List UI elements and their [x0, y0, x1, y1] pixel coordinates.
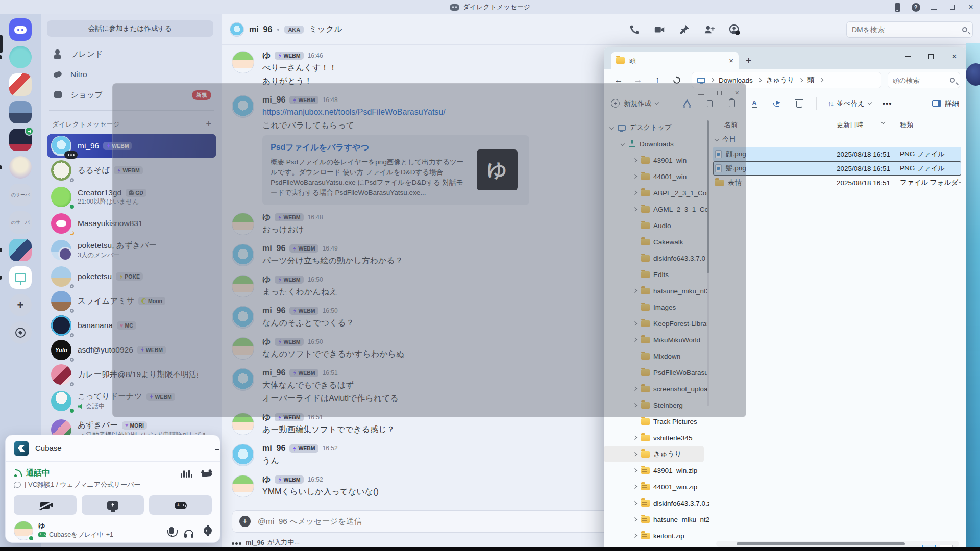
server-icon-7[interactable]: のサーバ — [9, 211, 32, 234]
avatar[interactable] — [232, 444, 254, 466]
separator-dot — [277, 29, 279, 31]
server-icon-4[interactable] — [9, 129, 32, 151]
dm-list-header: ダイレクトメッセージ — [52, 120, 120, 129]
search-icon — [962, 27, 967, 32]
chevron-right-icon — [757, 78, 762, 82]
server-icon-2[interactable] — [9, 73, 32, 96]
self-username[interactable]: ゆ — [38, 522, 113, 530]
breadcrumb-atama[interactable]: 頭 — [807, 76, 815, 85]
pin-icon[interactable] — [679, 24, 690, 35]
avatar[interactable] — [232, 475, 254, 497]
user-profile-icon[interactable] — [729, 24, 740, 35]
sidebar-item-nitro[interactable]: Nitro — [47, 64, 216, 85]
screen-bottom-strip — [0, 547, 980, 551]
file-row-kao[interactable]: 顔.png 2025/08/18 16:51 PNG ファイル — [713, 147, 961, 161]
aka-badge: AKA — [284, 26, 304, 34]
attach-plus-icon[interactable]: + — [239, 516, 251, 527]
hangup-icon[interactable] — [202, 471, 212, 477]
voice-call-icon[interactable] — [629, 24, 640, 35]
file-list[interactable]: 名前 更新日時 種類 今日 顔.png 2025/08/18 16:51 PNG… — [709, 116, 966, 551]
chevron-right-icon — [819, 78, 823, 82]
tree-item[interactable]: 44001_win.zip — [604, 479, 709, 495]
rename-button[interactable]: A — [749, 98, 760, 109]
sort-button[interactable]: ↑↓並べ替え — [828, 99, 871, 108]
add-friend-icon[interactable] — [703, 24, 716, 35]
explorer-close-button[interactable]: × — [943, 47, 966, 66]
game-controller-icon — [175, 502, 187, 509]
compass-icon — [15, 328, 26, 338]
screenshare-button[interactable] — [82, 495, 144, 515]
chat-user-avatar[interactable] — [230, 22, 244, 37]
dm-search-box[interactable] — [846, 21, 973, 38]
new-tab-button[interactable]: + — [746, 55, 751, 66]
avatar — [51, 291, 71, 311]
this-pc-icon[interactable] — [697, 78, 705, 83]
explorer-search-box[interactable] — [888, 72, 960, 88]
server-icon-5[interactable] — [9, 156, 32, 179]
sidebar-item-friends[interactable]: フレンド — [47, 44, 216, 64]
mobile-app-icon[interactable] — [892, 2, 902, 12]
explorer-search-input[interactable] — [893, 77, 944, 84]
explorer-maximize-button[interactable] — [919, 47, 943, 66]
dm-home-button[interactable] — [9, 18, 32, 41]
tree-item[interactable]: vshifterle345 — [604, 430, 709, 446]
file-row-kami[interactable]: 髪.png 2025/08/18 16:51 PNG ファイル — [713, 161, 961, 176]
add-server-button[interactable]: + — [9, 294, 32, 316]
file-group-today[interactable]: 今日 — [713, 132, 961, 147]
server-icon-1[interactable] — [9, 46, 32, 68]
server-icon-6[interactable]: のサーバ — [9, 184, 32, 206]
server-icon-3[interactable] — [9, 101, 32, 123]
delete-button[interactable] — [794, 98, 805, 109]
window-close-button[interactable]: × — [966, 2, 976, 12]
window-minimize-button[interactable] — [929, 2, 939, 12]
breadcrumb-kyuri[interactable]: きゅうり — [766, 76, 794, 85]
self-avatar[interactable] — [14, 521, 33, 540]
explore-servers-button[interactable] — [9, 321, 32, 344]
activity-text: Cubaseをプレイ中 — [49, 531, 104, 539]
soundboard-icon[interactable] — [181, 469, 192, 478]
window-maximize-button[interactable] — [947, 2, 958, 12]
help-icon[interactable]: ? — [911, 2, 921, 12]
avatar — [51, 364, 71, 385]
search-icon — [950, 78, 955, 83]
tree-item-kyuri[interactable]: きゅうり — [604, 446, 704, 462]
server-icon-9[interactable] — [9, 266, 32, 289]
server-pill-label: のサーバ — [11, 219, 30, 226]
avatar — [51, 266, 71, 287]
call-status: 通話中 — [26, 468, 50, 479]
chevron-right-icon — [799, 78, 803, 82]
more-options-button[interactable]: ••• — [883, 99, 892, 108]
explorer-tab[interactable]: 頭 × — [611, 52, 739, 69]
friends-icon — [52, 48, 63, 60]
tree-item[interactable]: keifont.zip — [604, 528, 709, 544]
message-text: うん — [262, 454, 338, 467]
video-call-icon[interactable] — [653, 24, 666, 35]
share-button[interactable] — [771, 98, 782, 109]
chat-user-name[interactable]: mi_96 — [249, 25, 272, 34]
camera-toggle-button[interactable] — [14, 495, 77, 515]
details-pane-button[interactable]: 詳細 — [932, 99, 959, 108]
explorer-minimize-button[interactable] — [896, 47, 919, 66]
settings-gear-icon[interactable] — [204, 527, 212, 535]
column-date[interactable]: 更新日時 — [837, 120, 900, 130]
tab-title: 頭 — [629, 56, 724, 65]
file-row-hyojo[interactable]: 表情 2025/08/18 16:51 ファイル フォルダー — [713, 176, 961, 190]
discord-titlebar: ダイレクトメッセージ ? × — [0, 0, 980, 14]
voice-channel-name[interactable]: | VC雑談1 / ウェブマニア公式サーバー — [24, 480, 141, 489]
unread-dot — [0, 165, 2, 169]
dm-search-input[interactable] — [852, 26, 954, 34]
tree-item[interactable]: diskinfo643.3.7.0.zip — [604, 495, 709, 511]
activity-button[interactable] — [149, 495, 212, 515]
tree-item[interactable]: hatsune_miku_nt2_v1_0 — [604, 511, 709, 528]
clan-tag: WEBM — [275, 52, 303, 60]
column-type[interactable]: 種類 — [900, 120, 961, 130]
headphones-icon[interactable] — [184, 530, 193, 535]
join-conversation-button[interactable]: 会話に参加または作成する — [47, 20, 213, 37]
server-icon-8[interactable] — [9, 239, 32, 261]
tree-item[interactable]: 43901_win.zip — [604, 462, 709, 479]
avatar[interactable] — [232, 51, 254, 73]
discord-mark-icon — [14, 26, 27, 34]
mic-icon[interactable] — [169, 527, 174, 534]
avatar — [51, 315, 71, 336]
tab-close-icon[interactable]: × — [729, 56, 733, 65]
